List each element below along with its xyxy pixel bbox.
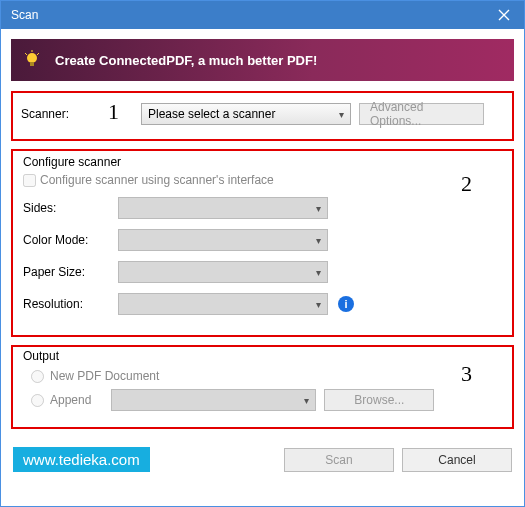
color-mode-select[interactable]: ▾	[118, 229, 328, 251]
titlebar: Scan	[1, 1, 524, 29]
scanner-select-value: Please select a scanner	[148, 107, 275, 121]
use-scanner-interface-label: Configure scanner using scanner's interf…	[40, 173, 274, 187]
chevron-down-icon: ▾	[316, 235, 321, 246]
color-mode-label: Color Mode:	[23, 233, 118, 247]
paper-size-select[interactable]: ▾	[118, 261, 328, 283]
info-icon[interactable]: i	[338, 296, 354, 312]
promo-banner[interactable]: Create ConnectedPDF, a much better PDF!	[11, 39, 514, 81]
sides-select[interactable]: ▾	[118, 197, 328, 219]
output-fieldset: Output New PDF Document Append ▾ Browse.…	[13, 347, 512, 427]
configure-legend: Configure scanner	[23, 155, 502, 169]
svg-point-0	[27, 53, 37, 63]
annotation-3: 3	[461, 361, 472, 387]
svg-rect-1	[30, 62, 34, 66]
paper-size-label: Paper Size:	[23, 265, 118, 279]
append-radio[interactable]: Append	[31, 393, 91, 407]
svg-line-3	[25, 53, 27, 55]
new-pdf-radio[interactable]: New PDF Document	[31, 369, 502, 383]
new-pdf-radio-input[interactable]	[31, 370, 44, 383]
scan-button[interactable]: Scan	[284, 448, 394, 472]
lightbulb-icon	[21, 49, 43, 71]
configure-section: Configure scanner Configure scanner usin…	[11, 149, 514, 337]
banner-text: Create ConnectedPDF, a much better PDF!	[55, 53, 317, 68]
browse-button[interactable]: Browse...	[324, 389, 434, 411]
sides-label: Sides:	[23, 201, 118, 215]
scan-dialog: Scan Create ConnectedPDF, a much better …	[0, 0, 525, 507]
scanner-label: Scanner:	[21, 107, 81, 121]
chevron-down-icon: ▾	[304, 395, 309, 406]
chevron-down-icon: ▾	[316, 203, 321, 214]
append-target-select[interactable]: ▾	[111, 389, 316, 411]
close-icon[interactable]	[484, 1, 524, 29]
use-scanner-interface-input[interactable]	[23, 174, 36, 187]
new-pdf-label: New PDF Document	[50, 369, 159, 383]
append-label: Append	[50, 393, 91, 407]
append-radio-input[interactable]	[31, 394, 44, 407]
cancel-button[interactable]: Cancel	[402, 448, 512, 472]
window-title: Scan	[11, 8, 38, 22]
svg-line-4	[37, 53, 39, 55]
advanced-options-button[interactable]: Advanced Options...	[359, 103, 484, 125]
chevron-down-icon: ▾	[339, 109, 344, 120]
resolution-select[interactable]: ▾	[118, 293, 328, 315]
chevron-down-icon: ▾	[316, 299, 321, 310]
configure-fieldset: Configure scanner Configure scanner usin…	[13, 151, 512, 335]
scanner-select[interactable]: Please select a scanner ▾	[141, 103, 351, 125]
resolution-label: Resolution:	[23, 297, 118, 311]
scanner-section: Scanner: Please select a scanner ▾ Advan…	[11, 91, 514, 141]
annotation-1: 1	[108, 99, 119, 125]
footer: www.tedieka.com Scan Cancel	[1, 443, 524, 480]
output-section: Output New PDF Document Append ▾ Browse.…	[11, 345, 514, 429]
output-legend: Output	[23, 349, 502, 363]
chevron-down-icon: ▾	[316, 267, 321, 278]
annotation-2: 2	[461, 171, 472, 197]
watermark: www.tedieka.com	[13, 447, 150, 472]
use-scanner-interface-checkbox[interactable]: Configure scanner using scanner's interf…	[23, 173, 502, 187]
